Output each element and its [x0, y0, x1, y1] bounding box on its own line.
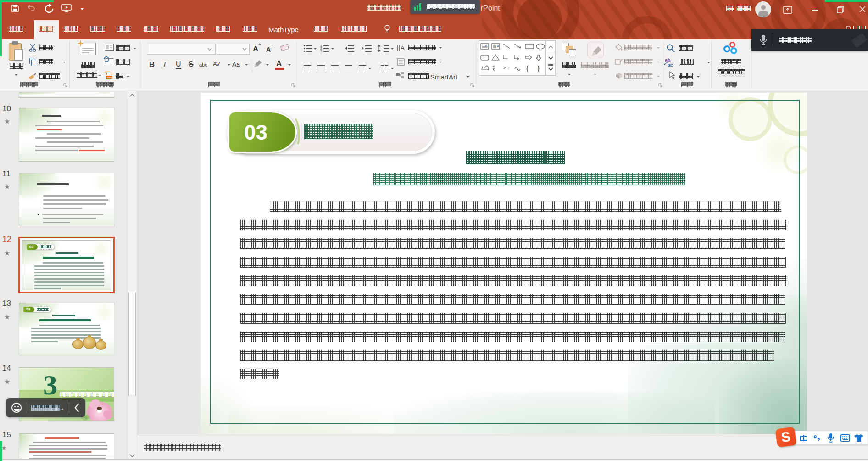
svg-text:}: } [537, 64, 540, 72]
svg-text:A: A [401, 45, 405, 51]
svg-text:A: A [485, 44, 488, 48]
svg-text:A: A [497, 44, 500, 48]
svg-text:{: { [526, 64, 529, 72]
